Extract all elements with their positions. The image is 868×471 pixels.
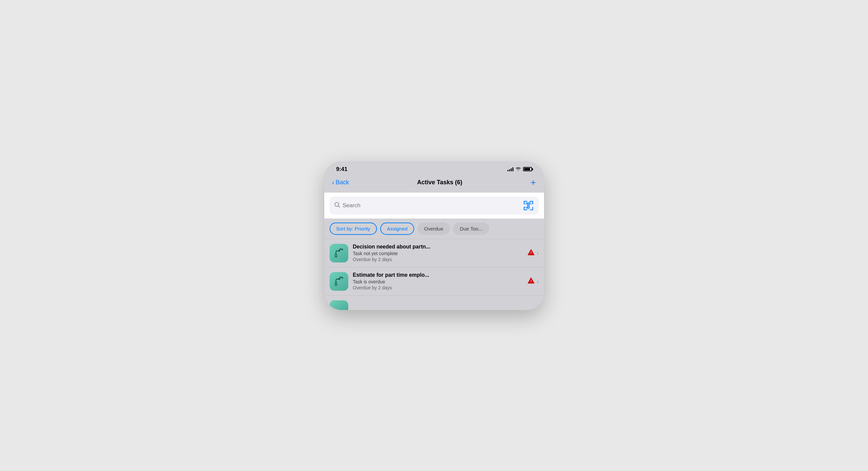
- task-title: Decision needed about partn...: [353, 244, 523, 250]
- task-content: Estimate for part time emplo... Task is …: [353, 272, 523, 291]
- search-container: [324, 193, 544, 218]
- svg-rect-4: [524, 207, 527, 210]
- task-subtitle: Task is overdue: [353, 279, 523, 284]
- back-button[interactable]: ‹ Back: [332, 179, 349, 186]
- nav-bar: ‹ Back Active Tasks (6) +: [324, 175, 544, 193]
- warning-icon: !: [527, 248, 535, 258]
- page-title: Active Tasks (6): [417, 179, 462, 186]
- barcode-scan-icon[interactable]: [523, 200, 534, 211]
- filter-sort-priority[interactable]: Sort by: Priority: [330, 223, 377, 235]
- svg-text:!: !: [530, 279, 532, 283]
- filter-overdue[interactable]: Overdue: [417, 223, 450, 235]
- filter-assigned[interactable]: Assigned: [380, 223, 414, 235]
- svg-text:!: !: [530, 250, 532, 255]
- status-bar: 9:41: [324, 161, 544, 175]
- search-bar: [330, 197, 539, 214]
- task-item[interactable]: Decision needed about partn... Task not …: [324, 239, 544, 267]
- battery-fill: [524, 168, 530, 170]
- task-right: ! ›: [527, 277, 538, 286]
- svg-rect-2: [524, 201, 527, 204]
- svg-point-11: [341, 248, 343, 250]
- task-content: Decision needed about partn... Task not …: [353, 244, 523, 262]
- task-icon-partial: [330, 300, 348, 310]
- signal-bar-4: [513, 167, 514, 171]
- task-title: Estimate for part time emplo...: [353, 272, 523, 278]
- svg-rect-9: [335, 255, 337, 256]
- filter-due-today[interactable]: Due Too...: [453, 223, 489, 235]
- task-date: Overdue by 2 days: [353, 257, 523, 262]
- search-icon: [334, 202, 340, 209]
- add-button[interactable]: +: [530, 178, 536, 187]
- svg-rect-16: [335, 283, 337, 284]
- svg-line-1: [338, 206, 340, 207]
- signal-bar-1: [507, 170, 508, 171]
- warning-icon: !: [527, 277, 535, 286]
- chevron-right-icon: ›: [537, 278, 538, 284]
- task-icon-wrapper: [330, 272, 348, 291]
- svg-rect-8: [335, 254, 337, 258]
- signal-bar-3: [511, 168, 512, 171]
- robot-arm-icon: [333, 247, 345, 259]
- robot-arm-icon: [333, 276, 345, 287]
- back-chevron-icon: ‹: [332, 179, 335, 186]
- svg-rect-15: [335, 282, 337, 286]
- signal-bar-2: [509, 169, 510, 171]
- chevron-right-icon: ›: [537, 250, 538, 256]
- task-right: ! ›: [527, 248, 538, 258]
- task-icon-wrapper: [330, 244, 348, 263]
- filter-bar: Sort by: Priority Assigned Overdue Due T…: [324, 218, 544, 239]
- battery-icon: [523, 167, 532, 171]
- status-time: 9:41: [336, 166, 348, 173]
- phone-frame: 9:41 ‹ Back: [324, 161, 544, 310]
- task-list: Decision needed about partn... Task not …: [324, 239, 544, 310]
- task-item[interactable]: Estimate for part time emplo... Task is …: [324, 267, 544, 295]
- task-date: Overdue by 2 days: [353, 285, 523, 291]
- svg-rect-3: [530, 201, 533, 204]
- search-input[interactable]: [343, 202, 520, 209]
- svg-point-18: [341, 277, 343, 278]
- signal-bars-icon: [507, 167, 514, 171]
- task-subtitle: Task not yet complete: [353, 251, 523, 256]
- back-label: Back: [336, 179, 349, 186]
- status-icons: [507, 167, 532, 172]
- wifi-icon: [516, 167, 521, 172]
- task-item-partial[interactable]: [324, 295, 544, 310]
